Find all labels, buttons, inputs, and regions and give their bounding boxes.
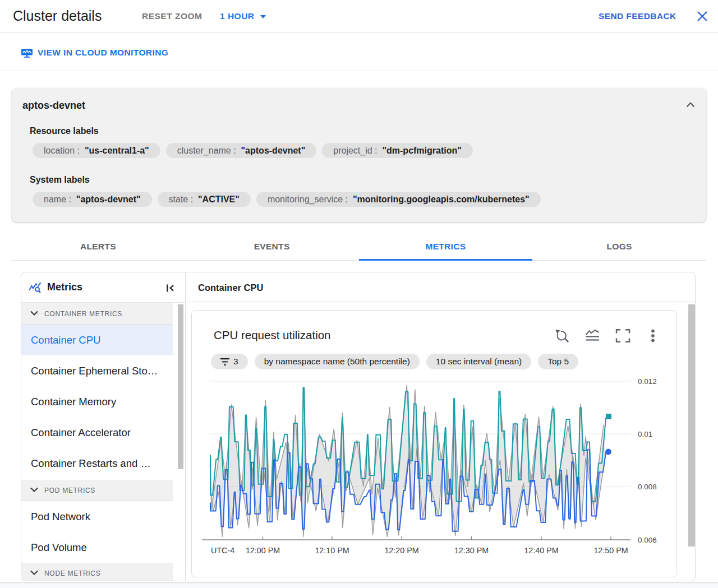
svg-text:12:50 PM: 12:50 PM: [593, 546, 628, 555]
svg-text:12:30 PM: 12:30 PM: [454, 546, 489, 555]
svg-text:0.01: 0.01: [638, 430, 652, 438]
svg-text:12:00 PM: 12:00 PM: [246, 546, 280, 555]
svg-text:0.008: 0.008: [638, 483, 657, 491]
svg-text:12:10 PM: 12:10 PM: [315, 546, 349, 555]
svg-text:UTC-4: UTC-4: [211, 546, 234, 555]
svg-text:12:40 PM: 12:40 PM: [524, 546, 558, 555]
svg-text:0.006: 0.006: [638, 536, 657, 544]
svg-text:12:20 PM: 12:20 PM: [384, 546, 418, 555]
svg-text:0.012: 0.012: [638, 377, 657, 386]
